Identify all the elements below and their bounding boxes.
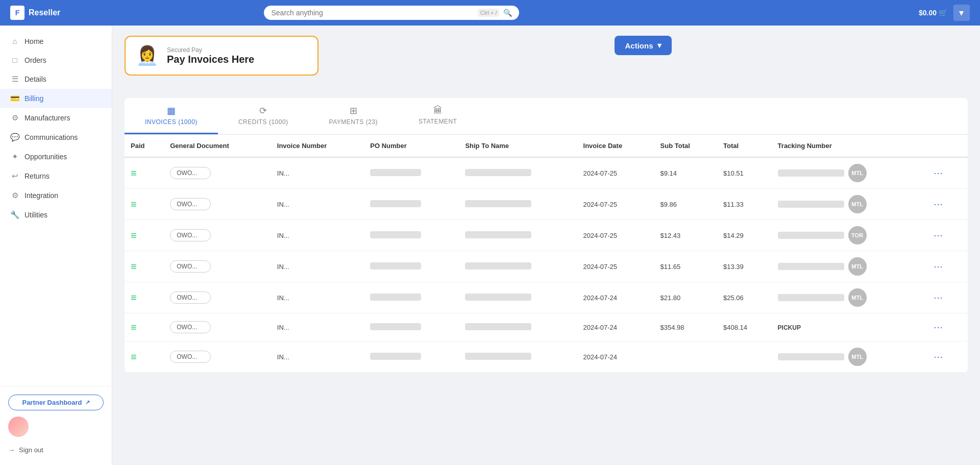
doc-badge[interactable]: OWO... <box>170 198 211 210</box>
tabs-container: ▦ INVOICES (1000) ⟳ CREDITS (1000) ⊞ PAY… <box>125 98 968 135</box>
search-input[interactable] <box>271 9 473 17</box>
ship-to-blurred <box>465 353 531 360</box>
doc-badge[interactable]: OWO... <box>170 229 211 241</box>
sidebar-bottom: Partner Dashboard ↗ → Sign out <box>0 386 112 465</box>
top-nav-right: $0.00 🛒 ▾ <box>919 5 970 21</box>
cell-tracking: MTL <box>772 282 923 313</box>
payments-tab-label: PAYMENTS (23) <box>329 118 378 126</box>
doc-badge[interactable]: OWO... <box>170 351 211 363</box>
search-shortcut: Ctrl + / <box>478 9 500 17</box>
sidebar-item-details[interactable]: ☰ Details <box>0 69 112 89</box>
table-row: ≡OWO...IN...2024-07-24MTL⋯ <box>125 341 968 373</box>
cell-more[interactable]: ⋯ <box>923 251 968 282</box>
cell-po-number <box>364 282 459 313</box>
cell-po-number <box>364 189 459 220</box>
cell-more[interactable]: ⋯ <box>923 282 968 313</box>
tab-payments[interactable]: ⊞ PAYMENTS (23) <box>309 98 398 134</box>
returns-icon: ↩ <box>10 172 19 181</box>
table-header: Paid General Document Invoice Number PO … <box>125 135 968 157</box>
sidebar-item-billing[interactable]: 💳 Billing <box>0 89 112 108</box>
tracking-badge: MTL <box>848 164 867 182</box>
cell-more[interactable]: ⋯ <box>923 220 968 251</box>
paid-check-icon: ≡ <box>131 199 137 210</box>
sidebar-item-returns[interactable]: ↩ Returns <box>0 166 112 186</box>
cell-invoice-date: 2024-07-25 <box>577 189 654 220</box>
invoices-table: Paid General Document Invoice Number PO … <box>125 135 968 373</box>
more-options-button[interactable]: ⋯ <box>929 320 947 335</box>
col-paid: Paid <box>125 135 164 157</box>
pickup-label: PICKUP <box>778 324 801 331</box>
cell-po-number <box>364 251 459 282</box>
app-body: ⌂ Home □ Orders ☰ Details 💳 Billing ⚙ Ma… <box>0 26 980 465</box>
po-blurred <box>370 169 421 176</box>
tab-credits[interactable]: ⟳ CREDITS (1000) <box>218 98 309 134</box>
sign-out-button[interactable]: → Sign out <box>8 443 104 457</box>
cart-amount[interactable]: $0.00 🛒 <box>919 9 947 17</box>
sidebar-label-billing: Billing <box>24 94 43 103</box>
cell-sub-total: $12.43 <box>654 220 717 251</box>
sidebar-item-utilities[interactable]: 🔧 Utilities <box>0 205 112 225</box>
more-options-button[interactable]: ⋯ <box>929 349 947 364</box>
cell-doc: OWO... <box>164 282 271 313</box>
cell-sub-total: $9.86 <box>654 189 717 220</box>
search-bar[interactable]: Ctrl + / 🔍 <box>264 6 519 20</box>
doc-badge[interactable]: OWO... <box>170 167 211 179</box>
expand-button[interactable]: ▾ <box>953 5 970 21</box>
sidebar-label-details: Details <box>24 75 46 83</box>
more-options-button[interactable]: ⋯ <box>929 165 947 181</box>
cell-invoice-number: IN... <box>271 157 364 189</box>
tab-statement[interactable]: 🏛 STATEMENT <box>398 98 477 134</box>
more-options-button[interactable]: ⋯ <box>929 290 947 305</box>
partner-dashboard-button[interactable]: Partner Dashboard ↗ <box>8 395 104 410</box>
tab-invoices[interactable]: ▦ INVOICES (1000) <box>125 98 218 134</box>
logo: F Reseller <box>10 6 60 20</box>
partner-dashboard-label: Partner Dashboard <box>22 399 82 406</box>
tracking-badge: MTL <box>848 257 867 276</box>
doc-badge[interactable]: OWO... <box>170 291 211 304</box>
ship-to-blurred <box>465 169 531 176</box>
cell-total: $25.06 <box>717 282 772 313</box>
more-options-button[interactable]: ⋯ <box>929 228 947 243</box>
cell-more[interactable]: ⋯ <box>923 313 968 341</box>
cell-invoice-date: 2024-07-25 <box>577 220 654 251</box>
actions-button[interactable]: Actions ▾ <box>615 36 671 55</box>
doc-badge[interactable]: OWO... <box>170 260 211 273</box>
cell-more[interactable]: ⋯ <box>923 189 968 220</box>
sidebar-item-manufacturers[interactable]: ⚙ Manufacturers <box>0 108 112 128</box>
table-body: ≡OWO...IN...2024-07-25$9.14$10.51MTL⋯≡OW… <box>125 157 968 373</box>
cell-doc: OWO... <box>164 313 271 341</box>
ship-to-blurred <box>465 293 531 301</box>
avatar <box>8 417 29 437</box>
banner-sub-label: Secured Pay <box>167 46 254 54</box>
table-row: ≡OWO...IN...2024-07-24$21.80$25.06MTL⋯ <box>125 282 968 313</box>
sidebar-item-home[interactable]: ⌂ Home <box>0 32 112 51</box>
statement-tab-label: STATEMENT <box>419 118 457 125</box>
cell-more[interactable]: ⋯ <box>923 157 968 189</box>
sidebar-item-integration[interactable]: ⚙ Integration <box>0 186 112 205</box>
cell-paid: ≡ <box>125 157 164 189</box>
tracking-badge: MTL <box>848 348 867 366</box>
credits-tab-icon: ⟳ <box>259 105 267 116</box>
sidebar-item-opportunities[interactable]: ✦ Opportunities <box>0 147 112 166</box>
invoices-tab-icon: ▦ <box>167 105 176 116</box>
cell-invoice-date: 2024-07-25 <box>577 157 654 189</box>
cell-more[interactable]: ⋯ <box>923 341 968 373</box>
cell-ship-to <box>459 157 577 189</box>
sidebar-item-orders[interactable]: □ Orders <box>0 51 112 69</box>
col-actions <box>923 135 968 157</box>
sidebar-item-communications[interactable]: 💬 Communications <box>0 128 112 147</box>
more-options-button[interactable]: ⋯ <box>929 259 947 274</box>
cell-ship-to <box>459 341 577 373</box>
table-row: ≡OWO...IN...2024-07-25$11.65$13.39MTL⋯ <box>125 251 968 282</box>
actions-chevron-icon: ▾ <box>657 41 662 50</box>
cell-po-number <box>364 341 459 373</box>
cell-paid: ≡ <box>125 313 164 341</box>
invoices-tab-label: INVOICES (1000) <box>145 118 198 126</box>
orders-icon: □ <box>10 56 19 64</box>
po-blurred <box>370 293 421 301</box>
utilities-icon: 🔧 <box>10 210 19 219</box>
doc-badge[interactable]: OWO... <box>170 321 211 333</box>
table-row: ≡OWO...IN...2024-07-25$9.14$10.51MTL⋯ <box>125 157 968 189</box>
paid-check-icon: ≡ <box>131 261 137 272</box>
more-options-button[interactable]: ⋯ <box>929 197 947 212</box>
